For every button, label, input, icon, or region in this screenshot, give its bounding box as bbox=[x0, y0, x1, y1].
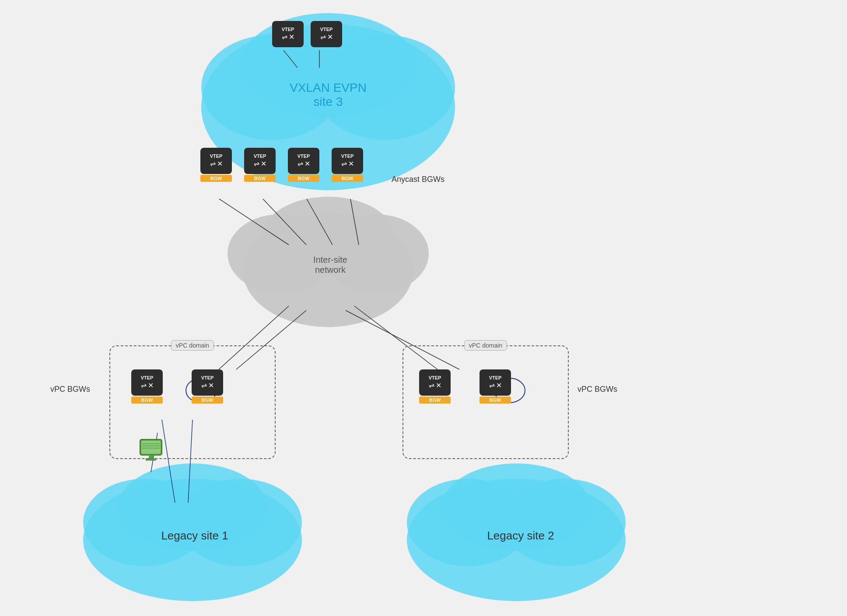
arrows-icon: ⇌ bbox=[210, 160, 216, 168]
svg-point-13 bbox=[407, 479, 529, 566]
arrows-icon: ⇌ bbox=[201, 381, 207, 390]
svg-line-21 bbox=[350, 199, 359, 245]
wheel-icon: ✕ bbox=[289, 33, 294, 41]
wheel-icon: ✕ bbox=[436, 381, 441, 390]
diagram-svg bbox=[0, 0, 847, 616]
legacy2-line1: Legacy site 2 bbox=[459, 529, 582, 543]
arrows-icon: ⇌ bbox=[254, 160, 259, 168]
wheel-icon: ✕ bbox=[217, 160, 223, 168]
wheel-icon: ✕ bbox=[496, 381, 502, 390]
vpc-bgws-right-label: vPC BGWs bbox=[578, 385, 617, 394]
bgw-badge: BGW bbox=[192, 397, 223, 404]
wheel-icon: ✕ bbox=[208, 381, 214, 390]
arrows-icon: ⇌ bbox=[429, 381, 434, 390]
arrows-icon: ⇌ bbox=[341, 160, 347, 168]
anycast-bgw-1: VTEP ⇌ ✕ BGW bbox=[200, 148, 232, 182]
vxlan-evpn-label: VXLAN EVPN site 3 bbox=[262, 81, 394, 109]
svg-rect-32 bbox=[141, 441, 161, 454]
bgw-badge: BGW bbox=[131, 397, 163, 404]
arrows-icon: ⇌ bbox=[298, 160, 303, 168]
bgw-badge: BGW bbox=[480, 397, 511, 404]
top-vtep-1: VTEP ⇌ ✕ bbox=[272, 21, 304, 47]
legacy-computer-icon bbox=[138, 437, 164, 465]
svg-point-5 bbox=[228, 214, 332, 293]
wheel-icon: ✕ bbox=[261, 160, 266, 168]
svg-rect-37 bbox=[146, 459, 156, 460]
svg-point-9 bbox=[83, 479, 206, 566]
svg-line-19 bbox=[263, 199, 306, 245]
svg-point-14 bbox=[503, 479, 626, 566]
bgw-badge: BGW bbox=[200, 175, 232, 182]
wheel-icon: ✕ bbox=[348, 160, 354, 168]
anycast-bgw-2: VTEP ⇌ ✕ BGW bbox=[244, 148, 276, 182]
right-vpc-bgw-1: VTEP ⇌ ✕ BGW bbox=[419, 369, 451, 404]
svg-line-18 bbox=[219, 199, 289, 245]
bgw-badge: BGW bbox=[419, 397, 451, 404]
arrows-icon: ⇌ bbox=[489, 381, 495, 390]
wheel-icon: ✕ bbox=[304, 160, 310, 168]
left-vpc-bgw-2: VTEP ⇌ ✕ BGW bbox=[192, 369, 223, 404]
vpc-domain-right-label: vPC domain bbox=[464, 340, 507, 351]
right-vpc-bgw-2: VTEP ⇌ ✕ BGW bbox=[480, 369, 511, 404]
vpc-domain-left-label: vPC domain bbox=[171, 340, 214, 351]
arrows-icon: ⇌ bbox=[320, 33, 326, 41]
inter-site-line1: Inter-site bbox=[287, 255, 374, 265]
vpc-bgws-left-label: vPC BGWs bbox=[50, 385, 90, 394]
inter-site-label: Inter-site network bbox=[287, 255, 374, 275]
legacy-site2-label: Legacy site 2 bbox=[459, 529, 582, 543]
vxlan-line1: VXLAN EVPN bbox=[262, 81, 394, 95]
svg-point-6 bbox=[324, 214, 429, 293]
anycast-bgw-4: VTEP ⇌ ✕ BGW bbox=[332, 148, 363, 182]
wheel-icon: ✕ bbox=[148, 381, 154, 390]
svg-line-16 bbox=[284, 50, 298, 68]
wheel-icon: ✕ bbox=[327, 33, 333, 41]
anycast-bgw-3: VTEP ⇌ ✕ BGW bbox=[288, 148, 319, 182]
anycast-bgws-label: Anycast BGWs bbox=[392, 175, 444, 184]
left-vpc-bgw-1: VTEP ⇌ ✕ BGW bbox=[131, 369, 163, 404]
svg-line-20 bbox=[307, 199, 332, 245]
bgw-badge: BGW bbox=[244, 175, 276, 182]
svg-rect-36 bbox=[149, 455, 153, 459]
svg-point-10 bbox=[179, 479, 302, 566]
diagram-container: vPC domain vPC domain VXLAN EVPN site 3 … bbox=[0, 0, 847, 616]
inter-site-line2: network bbox=[287, 265, 374, 275]
bgw-badge: BGW bbox=[288, 175, 319, 182]
top-vtep-2: VTEP ⇌ ✕ bbox=[311, 21, 342, 47]
legacy1-line1: Legacy site 1 bbox=[133, 529, 256, 543]
arrows-icon: ⇌ bbox=[141, 381, 147, 390]
bgw-badge: BGW bbox=[332, 175, 363, 182]
legacy-site1-label: Legacy site 1 bbox=[133, 529, 256, 543]
vxlan-line2: site 3 bbox=[262, 95, 394, 109]
arrows-icon: ⇌ bbox=[282, 33, 287, 41]
